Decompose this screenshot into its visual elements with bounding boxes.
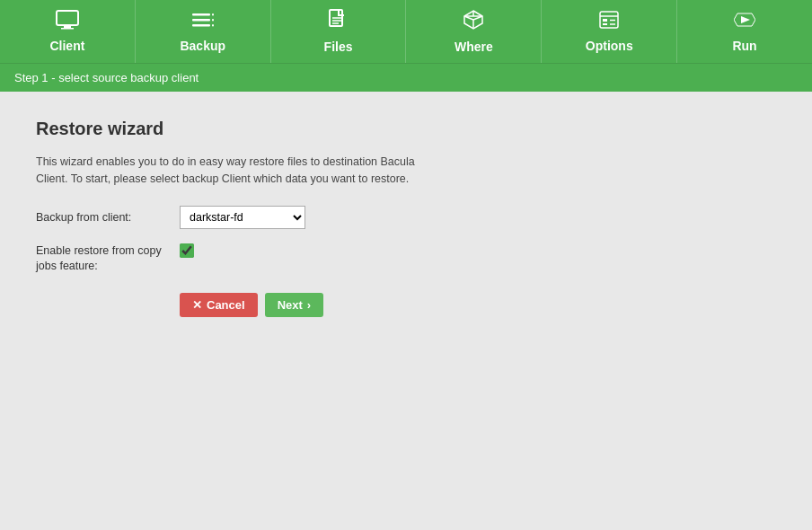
tab-client[interactable]: Client — [0, 0, 136, 63]
wizard-form: Backup from client: darkstar-fd Enable r… — [36, 206, 776, 317]
files-icon — [329, 9, 349, 36]
next-label: Next — [278, 298, 303, 312]
tab-where-label: Where — [455, 40, 493, 54]
main-content: Restore wizard This wizard enables you t… — [0, 92, 812, 530]
tab-options[interactable]: Options — [542, 0, 677, 63]
enable-restore-checkbox[interactable] — [180, 243, 194, 258]
svg-marker-25 — [741, 16, 750, 23]
top-nav: Client Backup Files — [0, 0, 812, 63]
svg-rect-8 — [212, 24, 214, 27]
svg-rect-6 — [212, 13, 214, 16]
tab-run[interactable]: Run — [677, 0, 812, 63]
svg-rect-0 — [57, 11, 78, 25]
svg-rect-20 — [603, 19, 607, 22]
tab-files-label: Files — [324, 40, 353, 54]
backup-client-label: Backup from client: — [36, 211, 180, 224]
backup-client-select[interactable]: darkstar-fd — [180, 206, 305, 229]
tab-backup-label: Backup — [180, 39, 225, 53]
tab-run-label: Run — [732, 39, 756, 53]
svg-rect-2 — [61, 28, 74, 30]
breadcrumb: Step 1 - select source backup client — [0, 63, 812, 92]
options-icon — [599, 10, 619, 35]
cancel-button[interactable]: ✕ Cancel — [180, 293, 258, 317]
next-icon: › — [307, 298, 311, 312]
wizard-title: Restore wizard — [36, 119, 776, 139]
cancel-label: Cancel — [207, 298, 245, 312]
run-icon — [734, 10, 755, 35]
svg-rect-3 — [192, 13, 210, 16]
svg-rect-7 — [212, 19, 214, 22]
tab-backup[interactable]: Backup — [136, 0, 271, 63]
tab-where[interactable]: Where — [406, 0, 542, 63]
enable-restore-row: Enable restore from copy jobs feature: — [36, 243, 776, 275]
next-button[interactable]: Next › — [265, 293, 324, 317]
svg-rect-1 — [64, 25, 71, 28]
monitor-icon — [56, 10, 79, 35]
cancel-icon: ✕ — [192, 298, 202, 312]
svg-rect-21 — [603, 23, 607, 25]
button-row: ✕ Cancel Next › — [180, 293, 776, 317]
breadcrumb-text: Step 1 - select source backup client — [14, 71, 199, 84]
svg-rect-4 — [192, 19, 210, 22]
tab-options-label: Options — [586, 39, 633, 53]
backup-client-row: Backup from client: darkstar-fd — [36, 206, 776, 229]
backup-icon — [192, 10, 214, 35]
svg-rect-5 — [192, 24, 210, 27]
where-icon — [463, 9, 484, 36]
enable-restore-label: Enable restore from copy jobs feature: — [36, 243, 180, 275]
tab-files[interactable]: Files — [271, 0, 407, 63]
wizard-description: This wizard enables you to do in easy wa… — [36, 154, 431, 188]
tab-client-label: Client — [49, 39, 84, 53]
